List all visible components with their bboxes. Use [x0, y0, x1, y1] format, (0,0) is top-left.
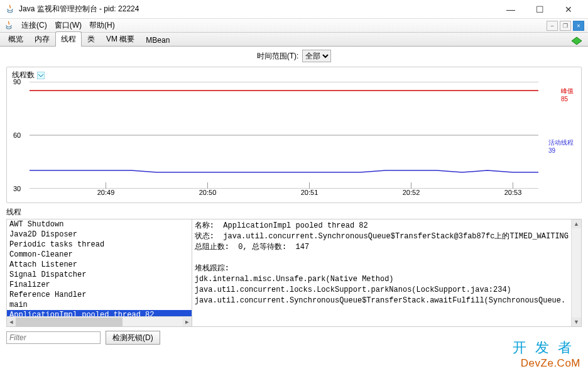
tab-classes[interactable]: 类	[82, 31, 101, 47]
chart-xaxis: 20:49 20:50 20:51 20:52 20:53	[30, 189, 538, 199]
bottom-toolbar: 检测死锁(D)	[6, 331, 582, 345]
mdi-minimize-button[interactable]: –	[547, 21, 558, 31]
thread-list[interactable]: AWT ShutdownJava2D DisposerPeriodic task…	[7, 219, 192, 316]
threads-section-label: 线程	[6, 207, 582, 218]
time-range-select[interactable]: 全部	[302, 50, 331, 62]
maximize-button[interactable]: ☐	[525, 0, 554, 19]
thread-detail-panel: 名称: ApplicationImpl pooled thread 82 状态:…	[192, 219, 581, 326]
thread-detail-text: 名称: ApplicationImpl pooled thread 82 状态:…	[192, 219, 571, 326]
scroll-up-icon[interactable]: ▲	[572, 219, 581, 228]
filter-input[interactable]	[6, 331, 101, 344]
tab-mbean[interactable]: MBean	[140, 33, 175, 47]
thread-list-item[interactable]: AWT Shutdown	[7, 219, 192, 230]
scroll-right-icon[interactable]: ►	[183, 318, 192, 326]
menu-window[interactable]: 窗口(W)	[51, 19, 85, 32]
java-icon	[4, 21, 14, 31]
time-range-row: 时间范围(T): 全部	[0, 47, 588, 65]
chart-svg	[30, 82, 538, 189]
thread-list-item[interactable]: main	[7, 300, 192, 310]
thread-list-panel: AWT ShutdownJava2D DisposerPeriodic task…	[7, 219, 192, 326]
minimize-button[interactable]: —	[496, 0, 525, 19]
tab-overview[interactable]: 概览	[3, 31, 29, 47]
thread-list-item[interactable]: Periodic tasks thread	[7, 240, 192, 250]
thread-list-item[interactable]: Java2D Disposer	[7, 230, 192, 240]
mdi-close-button[interactable]: ×	[573, 21, 584, 31]
legend-peak: 峰值 85	[561, 87, 574, 102]
thread-list-item[interactable]: Attach Listener	[7, 260, 192, 270]
tab-memory[interactable]: 内存	[29, 31, 55, 47]
close-button[interactable]: ✕	[554, 0, 583, 19]
time-range-label: 时间范围(T):	[257, 51, 299, 62]
threads-chart-panel: 线程数 90 60 30 峰值 85 活动线程 39	[6, 67, 582, 203]
ytick: 90	[13, 78, 21, 86]
menu-help[interactable]: 帮助(H)	[85, 19, 119, 32]
legend-live: 活动线程 39	[548, 138, 574, 154]
thread-detail-vscrollbar[interactable]: ▲ ▼	[571, 219, 581, 326]
mdi-restore-button[interactable]: ❐	[560, 21, 571, 31]
thread-list-item[interactable]: Common-Cleaner	[7, 250, 192, 260]
chart-plot-area: 90 60 30 峰值 85 活动线程 39	[30, 82, 538, 189]
java-icon	[5, 4, 15, 14]
detect-deadlock-button[interactable]: 检测死锁(D)	[106, 331, 160, 345]
tab-vm[interactable]: VM 概要	[101, 31, 140, 47]
tab-threads[interactable]: 线程	[55, 31, 82, 47]
ytick: 30	[13, 185, 21, 192]
tabbar: 概览 内存 线程 类 VM 概要 MBean	[0, 33, 588, 47]
refresh-icon[interactable]	[570, 36, 583, 46]
thread-list-item[interactable]: Finalizer	[7, 280, 192, 290]
scroll-down-icon[interactable]: ▼	[572, 318, 581, 326]
svg-rect-0	[37, 72, 45, 79]
thread-list-hscrollbar[interactable]: ◄ ►	[7, 316, 192, 326]
window-title: Java 监视和管理控制台 - pid: 22224	[19, 4, 496, 14]
thread-list-item[interactable]: Signal Dispatcher	[7, 270, 192, 280]
threads-detail-split: AWT ShutdownJava2D DisposerPeriodic task…	[6, 219, 582, 327]
chart-title-row: 线程数	[12, 70, 576, 80]
scroll-left-icon[interactable]: ◄	[7, 318, 16, 326]
thread-list-item[interactable]: ApplicationImpl pooled thread 82	[7, 310, 192, 316]
ytick: 60	[13, 131, 21, 139]
menubar: 连接(C) 窗口(W) 帮助(H) – ❐ ×	[0, 19, 588, 33]
menu-connect[interactable]: 连接(C)	[18, 19, 51, 32]
titlebar: Java 监视和管理控制台 - pid: 22224 — ☐ ✕	[0, 0, 588, 19]
thread-list-item[interactable]: Reference Handler	[7, 290, 192, 300]
collapse-icon[interactable]	[37, 72, 45, 79]
